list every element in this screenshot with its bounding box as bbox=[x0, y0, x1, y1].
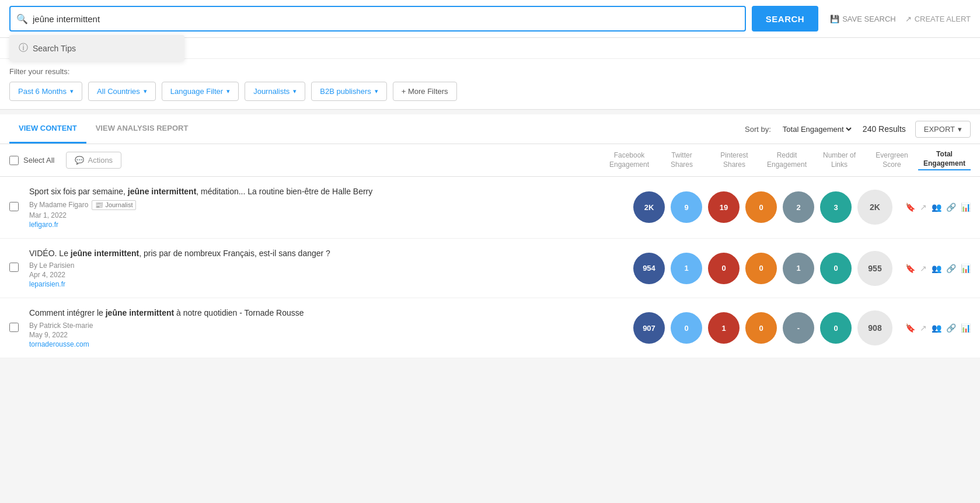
journalist-badge-1: 📰 Journalist bbox=[92, 200, 136, 210]
search-button[interactable]: SEARCH bbox=[752, 6, 818, 32]
chevron-down-icon: ▾ bbox=[226, 88, 230, 95]
article-content-1: Sport six fois par semaine, jeûne interm… bbox=[29, 186, 625, 229]
language-filter[interactable]: Language Filter ▾ bbox=[162, 82, 239, 101]
twitter-metric-3: 0 bbox=[671, 312, 702, 344]
search-icon: 🔍 bbox=[16, 13, 28, 25]
share-icon[interactable]: ↗ bbox=[920, 264, 927, 273]
article-link-2[interactable]: leparisien.fr bbox=[29, 280, 625, 288]
share-icon[interactable]: ↗ bbox=[920, 323, 927, 333]
col-header-links: Number ofLinks bbox=[813, 151, 866, 169]
chevron-down-icon: ▾ bbox=[70, 88, 74, 95]
links-metric-3: - bbox=[783, 312, 814, 344]
all-countries-label: All Countries bbox=[97, 87, 140, 96]
row-actions-2: 🔖 ↗ 👥 🔗 📊 bbox=[905, 264, 971, 273]
evergreen-metric-3: 0 bbox=[820, 312, 852, 344]
search-input[interactable] bbox=[33, 14, 739, 24]
more-filters-button[interactable]: + More Filters bbox=[393, 82, 457, 101]
reddit-metric-2: 0 bbox=[745, 253, 777, 284]
actions-icon: 💬 bbox=[75, 156, 84, 165]
article-metrics-2: 954 1 0 0 1 0 955 bbox=[631, 251, 895, 286]
article-title-3[interactable]: Comment intégrer le jeûne intermittent à… bbox=[29, 308, 625, 319]
total-metric-3: 908 bbox=[857, 310, 892, 345]
article-checkbox-2[interactable] bbox=[9, 263, 23, 274]
col-header-pinterest: PinterestShares bbox=[708, 151, 761, 169]
users-icon[interactable]: 👥 bbox=[932, 323, 941, 333]
all-countries-filter[interactable]: All Countries ▾ bbox=[88, 82, 156, 101]
users-icon[interactable]: 👥 bbox=[932, 264, 941, 273]
evergreen-metric-2: 0 bbox=[820, 253, 852, 284]
journalist-label: Journalist bbox=[105, 201, 132, 208]
reddit-metric-1: 0 bbox=[745, 191, 777, 223]
search-tips-dropdown: ⓘ Search Tips bbox=[9, 35, 184, 61]
select-all-area: Select All bbox=[9, 156, 54, 165]
search-bar-area: 🔍 SEARCH 💾 SAVE SEARCH ↗ CREATE ALERT ⓘ … bbox=[0, 0, 980, 38]
article-source-2: By Le Parisien bbox=[29, 261, 74, 270]
col-header-reddit: RedditEngagement bbox=[761, 151, 813, 169]
article-metrics-1: 2K 9 19 0 2 3 2K bbox=[631, 190, 895, 225]
facebook-metric-1: 2K bbox=[633, 191, 665, 223]
col-header-total: TotalEngagement bbox=[918, 150, 971, 170]
col-header-facebook: FacebookEngagement bbox=[603, 151, 655, 169]
results-count: 240 Results bbox=[863, 124, 906, 134]
links-metric-2: 1 bbox=[783, 253, 814, 284]
link-icon[interactable]: 🔗 bbox=[946, 202, 956, 212]
twitter-metric-2: 1 bbox=[671, 253, 702, 284]
facebook-metric-2: 954 bbox=[633, 253, 665, 284]
table-row: Comment intégrer le jeûne intermittent à… bbox=[0, 298, 980, 358]
bookmark-icon[interactable]: 🔖 bbox=[905, 202, 915, 212]
tab-view-analysis[interactable]: VIEW ANALYSIS REPORT bbox=[86, 114, 198, 144]
article-meta-3: By Patrick Ste-marie bbox=[29, 322, 625, 330]
articles-container: Sport six fois par semaine, jeûne interm… bbox=[0, 177, 980, 358]
col-header-evergreen: EvergreenScore bbox=[866, 151, 918, 169]
article-link-3[interactable]: tornaderousse.com bbox=[29, 340, 625, 348]
actions-button[interactable]: 💬 Actions bbox=[66, 152, 121, 169]
users-icon[interactable]: 👥 bbox=[932, 202, 941, 212]
tab-view-content[interactable]: VIEW CONTENT bbox=[9, 114, 86, 144]
b2b-publishers-label: B2B publishers bbox=[320, 87, 371, 96]
header-actions: 💾 SAVE SEARCH ↗ CREATE ALERT bbox=[830, 15, 971, 23]
past-months-label: Past 6 Months bbox=[18, 87, 67, 96]
past-months-filter[interactable]: Past 6 Months ▾ bbox=[9, 82, 82, 101]
article-content-2: VIDÉO. Le jeûne intermittent, pris par d… bbox=[29, 248, 625, 289]
create-alert-button[interactable]: ↗ CREATE ALERT bbox=[905, 15, 971, 23]
share-icon[interactable]: ↗ bbox=[920, 202, 927, 212]
article-checkbox-3[interactable] bbox=[9, 323, 23, 334]
chevron-down-icon: ▾ bbox=[144, 88, 147, 95]
bookmark-icon[interactable]: 🔖 bbox=[905, 264, 915, 273]
sort-select[interactable]: Total Engagement bbox=[780, 124, 853, 134]
tabs-bar: VIEW CONTENT VIEW ANALYSIS REPORT Sort b… bbox=[0, 114, 980, 144]
filter-bar: Filter your results: Past 6 Months ▾ All… bbox=[0, 59, 980, 110]
filter-buttons: Past 6 Months ▾ All Countries ▾ Language… bbox=[9, 82, 971, 101]
b2b-publishers-filter[interactable]: B2B publishers ▾ bbox=[311, 82, 386, 101]
export-button[interactable]: EXPORT ▾ bbox=[915, 121, 971, 138]
bookmark-icon[interactable]: 🔖 bbox=[905, 323, 915, 333]
save-search-button[interactable]: 💾 SAVE SEARCH bbox=[830, 15, 896, 23]
pinterest-metric-1: 19 bbox=[708, 191, 740, 223]
export-label: EXPORT bbox=[924, 125, 955, 134]
journalists-filter[interactable]: Journalists ▾ bbox=[245, 82, 305, 101]
chart-icon[interactable]: 📊 bbox=[961, 323, 971, 333]
pinterest-metric-2: 0 bbox=[708, 253, 740, 284]
journalist-icon: 📰 bbox=[95, 201, 103, 209]
article-meta-2: By Le Parisien bbox=[29, 261, 625, 270]
article-link-1[interactable]: lefigaro.fr bbox=[29, 221, 625, 229]
total-metric-2: 955 bbox=[857, 251, 892, 286]
language-filter-label: Language Filter bbox=[170, 87, 223, 96]
links-metric-1: 2 bbox=[783, 191, 814, 223]
select-all-checkbox[interactable] bbox=[9, 156, 19, 165]
article-title-2[interactable]: VIDÉO. Le jeûne intermittent, pris par d… bbox=[29, 248, 625, 260]
link-icon[interactable]: 🔗 bbox=[946, 323, 956, 333]
article-date-1: Mar 1, 2022 bbox=[29, 211, 625, 219]
filter-label: Filter your results: bbox=[9, 67, 971, 76]
chevron-down-icon: ▾ bbox=[958, 125, 962, 134]
row-actions-1: 🔖 ↗ 👥 🔗 📊 bbox=[905, 202, 971, 212]
article-checkbox-1[interactable] bbox=[9, 202, 23, 213]
article-title-1[interactable]: Sport six fois par semaine, jeûne interm… bbox=[29, 186, 625, 198]
table-row: Sport six fois par semaine, jeûne interm… bbox=[0, 177, 980, 239]
col-header-twitter: TwitterShares bbox=[655, 151, 708, 169]
select-all-label: Select All bbox=[23, 156, 54, 165]
chart-icon[interactable]: 📊 bbox=[961, 202, 971, 212]
chart-icon[interactable]: 📊 bbox=[961, 264, 971, 273]
table-row: VIDÉO. Le jeûne intermittent, pris par d… bbox=[0, 239, 980, 299]
link-icon[interactable]: 🔗 bbox=[946, 264, 956, 273]
